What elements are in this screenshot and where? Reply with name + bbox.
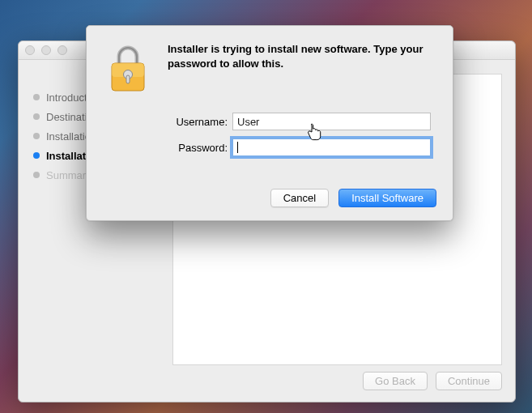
desktop: Introduction Destination Select Installa… xyxy=(0,0,532,413)
step-dot xyxy=(33,94,40,100)
auth-dialog: Installer is trying to install new softw… xyxy=(86,25,453,221)
installer-footer: Go Back Continue xyxy=(363,372,502,390)
go-back-button[interactable]: Go Back xyxy=(363,372,428,390)
password-label: Password: xyxy=(166,142,228,154)
step-dot xyxy=(33,152,40,159)
text-caret xyxy=(237,142,238,153)
username-label: Username: xyxy=(166,116,228,128)
username-field[interactable]: User xyxy=(232,113,431,130)
auth-dialog-buttons: Cancel Install Software xyxy=(270,189,436,207)
continue-button[interactable]: Continue xyxy=(436,372,502,390)
svg-rect-3 xyxy=(126,75,130,83)
auth-message: Installer is trying to install new softw… xyxy=(168,42,436,95)
auth-form: Username: User Password: xyxy=(166,111,436,158)
traffic-light-minimize[interactable] xyxy=(41,45,51,55)
traffic-light-zoom[interactable] xyxy=(57,45,67,55)
cancel-button[interactable]: Cancel xyxy=(270,189,329,207)
lock-icon xyxy=(103,42,153,95)
step-dot xyxy=(33,172,40,178)
step-dot xyxy=(33,113,40,120)
username-value: User xyxy=(237,116,259,128)
step-dot xyxy=(33,133,40,139)
password-field[interactable] xyxy=(232,138,431,156)
install-software-button[interactable]: Install Software xyxy=(338,189,436,207)
traffic-light-close[interactable] xyxy=(25,45,35,55)
step-label: Summary xyxy=(46,169,92,181)
